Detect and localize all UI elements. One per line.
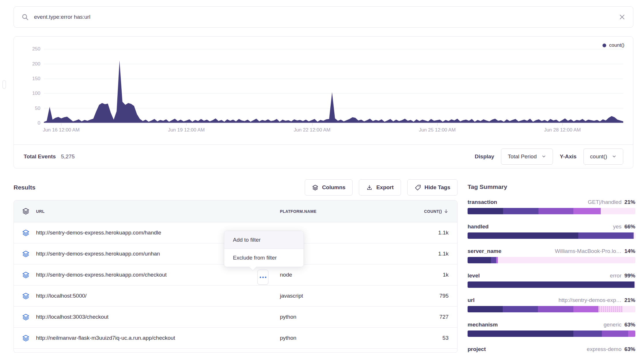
y-axis-tick-label: 50 — [21, 105, 40, 112]
tag-percent: 63% — [624, 346, 635, 352]
table-row[interactable]: http://neilmanvar-flask-m3uuizd7iq-uc.a.… — [14, 328, 457, 349]
platform-cell[interactable]: python — [280, 335, 389, 341]
x-axis-tick-label: Jun 16 12:00 AM — [43, 127, 80, 133]
count-cell[interactable]: 1k — [389, 272, 457, 278]
y-axis-tick-label: 150 — [21, 76, 40, 82]
results-table: URL PLATFORM.NAME COUNT() http://sentry-… — [14, 200, 457, 353]
tag-name: mechanism — [468, 322, 498, 328]
count-cell[interactable]: 727 — [389, 314, 457, 320]
chevron-down-icon — [541, 154, 546, 159]
display-select[interactable]: Total Period — [501, 149, 553, 165]
tag-top-value[interactable]: http://sentry-demos-exp… — [558, 297, 622, 303]
tag-bar-segment — [468, 232, 578, 239]
x-axis-tick — [186, 123, 187, 126]
tag-bar-segment — [503, 208, 538, 214]
tag-top-value[interactable]: error — [610, 273, 622, 279]
events-area-chart[interactable] — [44, 45, 623, 123]
discover-page: { "search": { "query": "event.type:error… — [0, 0, 644, 353]
platform-cell[interactable]: javascript — [280, 293, 389, 299]
table-header-row: URL PLATFORM.NAME COUNT() — [14, 200, 457, 222]
columns-stack-icon — [312, 184, 319, 191]
exclude-from-filter-menu-item[interactable]: Exclude from filter — [224, 249, 304, 267]
x-axis-tick-label: Jun 28 12:00 AM — [544, 127, 581, 133]
tag-distribution-bar[interactable] — [468, 208, 635, 214]
yaxis-label: Y-Axis — [560, 153, 577, 160]
hide-tags-button[interactable]: Hide Tags — [407, 179, 457, 196]
results-title: Results — [14, 184, 35, 191]
tag-top-value[interactable]: express-demo — [587, 346, 622, 352]
tag-top-value[interactable]: Williams-MacBook-Pro.lo… — [555, 248, 622, 254]
platform-cell[interactable]: python — [280, 314, 389, 320]
yaxis-select-value: count() — [590, 153, 607, 160]
button-label: Columns — [322, 184, 345, 191]
tag-distribution-bar[interactable] — [468, 331, 635, 337]
tag-distribution-bar[interactable] — [468, 306, 635, 312]
tag-top-value[interactable]: GET|/handled — [588, 199, 622, 205]
cell-actions-button[interactable] — [257, 270, 268, 285]
tag-bar-segment — [468, 281, 634, 288]
stack-icon — [22, 271, 30, 279]
table-row[interactable]: http://localhost:5000/javascript795 — [14, 286, 457, 307]
tag-percent: 21% — [624, 199, 635, 205]
column-header-count[interactable]: COUNT() — [389, 209, 457, 214]
results-toolbar: ColumnsExportHide Tags — [305, 179, 457, 196]
tag-summary-item-project: projectexpress-demo63% — [468, 346, 635, 353]
stack-icon[interactable] — [22, 207, 30, 215]
columns-button[interactable]: Columns — [305, 179, 353, 196]
tag-bar-segment — [628, 331, 635, 337]
export-button[interactable]: Export — [359, 179, 401, 196]
y-axis-tick-label: 250 — [21, 46, 40, 52]
add-to-filter-menu-item[interactable]: Add to filter — [224, 231, 304, 249]
tag-bar-segment — [538, 306, 573, 312]
row-icon-cell — [14, 271, 36, 279]
stack-icon — [22, 292, 30, 300]
row-icon-cell — [14, 313, 36, 321]
button-label: Hide Tags — [425, 184, 450, 191]
url-cell[interactable]: http://neilmanvar-flask-m3uuizd7iq-uc.a.… — [36, 335, 280, 341]
tag-bar-segment — [623, 306, 635, 312]
tag-bar-segment — [538, 208, 573, 214]
tag-percent: 66% — [624, 224, 635, 230]
tag-name: transaction — [468, 199, 497, 205]
tag-bar-segment — [468, 306, 503, 312]
tag-name: url — [468, 297, 474, 303]
tag-bar-segment — [573, 208, 601, 214]
tag-bar-segment — [468, 208, 503, 214]
table-row[interactable]: http://localhost:3003/checkoutpython727 — [14, 307, 457, 328]
count-cell[interactable]: 1.1k — [389, 251, 457, 257]
tag-summary-item-level: levelerror99% — [468, 273, 635, 288]
count-cell[interactable]: 1.1k — [389, 230, 457, 236]
y-axis-tick-label: 0 — [21, 120, 40, 126]
row-icon-cell — [14, 334, 36, 342]
tag-distribution-bar[interactable] — [468, 281, 635, 288]
url-cell[interactable]: http://localhost:3003/checkout — [36, 314, 280, 320]
url-cell[interactable]: http://sentry-demos-express.herokuapp.co… — [36, 272, 280, 278]
count-cell[interactable]: 53 — [389, 335, 457, 341]
clear-search-icon[interactable] — [619, 14, 626, 20]
tag-name: server_name — [468, 248, 501, 254]
column-header-platform[interactable]: PLATFORM.NAME — [280, 209, 389, 214]
tag-bar-segment — [491, 257, 496, 263]
tag-bar-segment — [503, 306, 538, 312]
tag-top-value[interactable]: generic — [604, 322, 622, 328]
tag-summary-panel: Tag Summary transactionGET|/handled21%ha… — [468, 183, 635, 353]
y-axis-tick-label: 200 — [21, 61, 40, 67]
tag-bar-segment — [634, 281, 635, 288]
tag-distribution-bar[interactable] — [468, 257, 635, 263]
column-header-url[interactable]: URL — [36, 209, 280, 214]
search-query[interactable]: event.type:error has:url — [34, 14, 619, 20]
yaxis-select[interactable]: count() — [583, 149, 623, 165]
search-bar[interactable]: event.type:error has:url — [14, 6, 633, 28]
tag-bar-segment — [602, 331, 628, 337]
tag-percent: 63% — [624, 322, 635, 328]
platform-cell[interactable]: node — [280, 272, 389, 278]
x-axis-tick — [61, 123, 61, 126]
count-cell[interactable]: 795 — [389, 293, 457, 299]
tag-summary-title: Tag Summary — [468, 183, 635, 190]
tag-distribution-bar[interactable] — [468, 232, 635, 239]
display-label: Display — [475, 153, 494, 160]
table-row[interactable]: http://sentry-demos-express.herokuapp.co… — [14, 264, 457, 286]
url-cell[interactable]: http://localhost:5000/ — [36, 293, 280, 299]
tag-top-value[interactable]: yes — [613, 224, 622, 230]
tag-bar-segment — [601, 208, 635, 214]
